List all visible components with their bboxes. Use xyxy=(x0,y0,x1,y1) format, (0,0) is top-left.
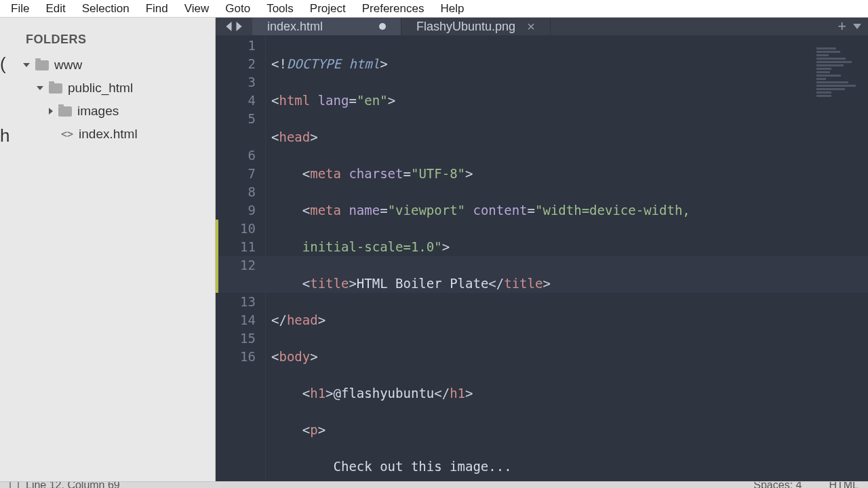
tree-public-html[interactable]: public_html xyxy=(0,77,215,100)
menu-goto[interactable]: Goto xyxy=(217,1,258,17)
folder-tree: www public_html images <> index.html xyxy=(0,54,215,146)
tree-label: public_html xyxy=(68,81,133,96)
new-tab-icon[interactable]: + xyxy=(837,18,846,35)
menu-preferences[interactable]: Preferences xyxy=(354,1,433,17)
code-editor[interactable]: 123 45 678 91011 1213 141516 <!DOCTYPE h… xyxy=(216,35,868,488)
tab-bar: index.html FlashyUbuntu.png × + xyxy=(216,18,868,35)
menu-tools[interactable]: Tools xyxy=(258,1,302,17)
menu-help[interactable]: Help xyxy=(432,1,472,17)
folder-icon xyxy=(49,83,62,94)
nav-forward-icon[interactable] xyxy=(235,22,243,31)
tab-index-html[interactable]: index.html xyxy=(252,18,401,35)
folder-icon xyxy=(35,60,49,70)
tab-dropdown-icon[interactable] xyxy=(853,24,861,29)
tree-images[interactable]: images xyxy=(0,100,215,123)
chevron-right-icon[interactable] xyxy=(49,108,53,115)
menu-project[interactable]: Project xyxy=(302,1,354,17)
clipped-window-fragment: ( h xyxy=(0,52,9,148)
menu-selection[interactable]: Selection xyxy=(74,1,138,17)
tab-label: FlashyUbuntu.png xyxy=(416,20,515,34)
html-file-icon: <> xyxy=(61,128,73,140)
tree-file-index[interactable]: <> index.html xyxy=(0,123,215,146)
status-indent[interactable]: Spaces: 4 xyxy=(753,481,802,488)
close-icon[interactable]: × xyxy=(527,19,535,35)
sidebar: ( h FOLDERS www public_html images <> xyxy=(0,18,216,481)
nav-back-icon[interactable] xyxy=(225,22,233,31)
tree-root-www[interactable]: www xyxy=(0,54,215,77)
tree-label: images xyxy=(77,104,119,119)
tree-label: www xyxy=(54,58,82,73)
status-cursor-position: Line 12, Column 69 xyxy=(26,481,120,488)
folder-icon xyxy=(58,106,72,117)
tab-history-nav xyxy=(216,18,252,35)
tab-label: index.html xyxy=(267,20,323,34)
folders-header: FOLDERS xyxy=(0,22,215,54)
code-content[interactable]: <!DOCTYPE html> <html lang="en"> <head> … xyxy=(266,35,868,488)
menu-file[interactable]: File xyxy=(3,1,37,17)
tree-label: index.html xyxy=(79,127,138,142)
menu-find[interactable]: Find xyxy=(138,1,176,17)
chevron-down-icon[interactable] xyxy=(37,86,43,90)
status-bar: Line 12, Column 69 Spaces: 4 HTML xyxy=(0,481,868,488)
status-syntax[interactable]: HTML xyxy=(829,481,859,488)
dirty-indicator-icon xyxy=(379,23,386,30)
chevron-down-icon[interactable] xyxy=(23,63,30,67)
editor-area: index.html FlashyUbuntu.png × + xyxy=(216,18,868,481)
menu-view[interactable]: View xyxy=(176,1,218,17)
tab-flashyubuntu-png[interactable]: FlashyUbuntu.png × xyxy=(401,18,551,35)
status-panel-toggle-icon[interactable] xyxy=(9,481,19,488)
menu-edit[interactable]: Edit xyxy=(37,1,73,17)
menu-bar: File Edit Selection Find View Goto Tools… xyxy=(0,0,868,18)
